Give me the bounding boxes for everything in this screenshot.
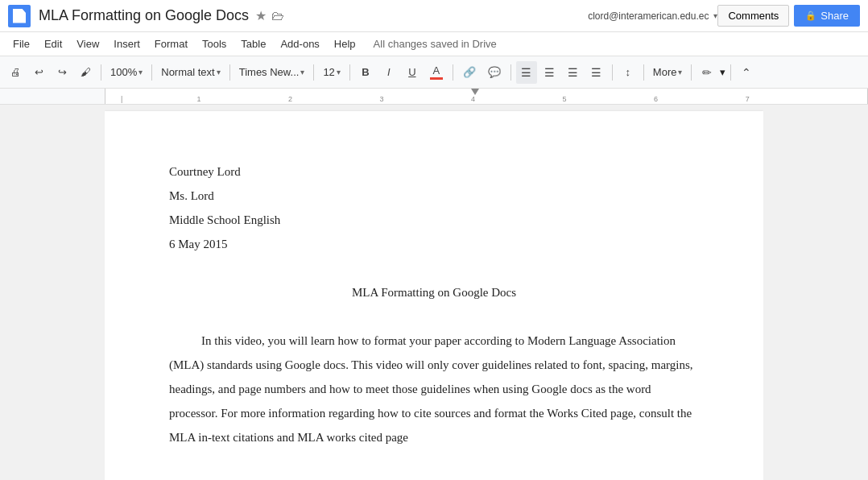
ruler-mark-6: 6 (654, 95, 658, 103)
ruler-mark-3: 3 (380, 95, 384, 103)
title-bar: MLA Formatting on Google Docs ★ 🗁 clord@… (0, 0, 868, 32)
separator-8 (612, 64, 613, 81)
main-area: Courtney Lord Ms. Lord Middle School Eng… (0, 105, 868, 480)
docs-logo (13, 9, 26, 23)
comment-button[interactable]: 💬 (483, 61, 506, 84)
toolbar: 🖨 ↩ ↪ 🖌 100% ▾ Normal text ▾ Times New..… (0, 56, 868, 89)
zoom-value: 100% (110, 66, 137, 78)
paragraph-1: In this video, you will learn how to for… (169, 329, 699, 449)
share-button[interactable]: 🔒 Share (794, 5, 860, 27)
underline-button[interactable]: U (402, 61, 423, 84)
separator-6 (453, 64, 453, 81)
pencil-button[interactable]: ✏ (696, 61, 717, 84)
star-icon[interactable]: ★ (255, 8, 267, 23)
user-email: clord@interamerican.edu.ec (588, 10, 709, 22)
separator-10 (691, 64, 692, 81)
paint-format-button[interactable]: 🖌 (75, 61, 96, 84)
comments-button[interactable]: Comments (717, 5, 789, 27)
align-center-button[interactable]: ☰ (539, 61, 560, 84)
undo-button[interactable]: ↩ (28, 61, 49, 84)
font-size-value: 12 (323, 66, 334, 78)
separator-7 (510, 64, 511, 81)
menu-bar: File Edit View Insert Format Tools Table… (0, 32, 868, 56)
font-color-button[interactable]: A (425, 61, 448, 84)
separator-1 (101, 64, 101, 81)
align-left-button[interactable]: ☰ (516, 61, 537, 84)
bold-button[interactable]: B (355, 61, 376, 84)
zoom-selector[interactable]: 100% ▾ (106, 61, 147, 84)
font-size-selector[interactable]: 12 ▾ (319, 61, 344, 84)
app-icon (8, 5, 31, 27)
ruler-mark-0: | (121, 95, 122, 103)
lock-icon: 🔒 (805, 10, 816, 21)
separator-9 (643, 64, 644, 81)
italic-button[interactable]: I (378, 61, 399, 84)
document-page[interactable]: Courtney Lord Ms. Lord Middle School Eng… (105, 111, 763, 480)
menu-tools[interactable]: Tools (196, 35, 233, 52)
date: 6 May 2015 (169, 232, 699, 256)
align-justify-button[interactable]: ☰ (586, 61, 607, 84)
document-heading: MLA Formatting on Google Docs (169, 280, 699, 304)
more-arrow: ▾ (678, 68, 682, 77)
text-style-value: Normal text (161, 66, 214, 78)
separator-11 (730, 64, 731, 81)
menu-view[interactable]: View (70, 35, 105, 52)
font-value: Times New... (239, 66, 300, 78)
share-label: Share (820, 10, 849, 22)
text-style-selector[interactable]: Normal text ▾ (157, 61, 224, 84)
author-name: Courtney Lord (169, 159, 699, 184)
autosave-status: All changes saved in Drive (374, 38, 497, 50)
menu-edit[interactable]: Edit (38, 35, 68, 52)
teacher-name: Ms. Lord (169, 184, 699, 208)
font-selector[interactable]: Times New... ▾ (235, 61, 309, 84)
menu-help[interactable]: Help (328, 35, 362, 52)
link-button[interactable]: 🔗 (458, 61, 481, 84)
ruler-mark-5: 5 (563, 95, 567, 103)
menu-addons[interactable]: Add-ons (274, 35, 325, 52)
menu-file[interactable]: File (6, 35, 36, 52)
separator-2 (151, 64, 152, 81)
font-color-label: A (433, 64, 440, 77)
font-size-arrow: ▾ (337, 68, 341, 77)
ruler-mark-7: 7 (746, 95, 750, 103)
separator-5 (349, 64, 350, 81)
folder-icon[interactable]: 🗁 (271, 9, 284, 23)
more-selector[interactable]: More ▾ (649, 61, 687, 84)
separator-4 (313, 64, 314, 81)
align-right-button[interactable]: ☰ (563, 61, 584, 84)
class-name: Middle School English (169, 208, 699, 232)
ruler-mark-2: 2 (288, 95, 292, 103)
zoom-arrow: ▾ (138, 68, 143, 77)
line-spacing-button[interactable]: ↕ (618, 61, 639, 84)
menu-table[interactable]: Table (234, 35, 272, 52)
menu-format[interactable]: Format (148, 35, 194, 52)
left-sidebar (0, 105, 105, 480)
pencil-arrow[interactable]: ▾ (720, 66, 725, 78)
ruler-mark-1: 1 (197, 95, 201, 103)
ruler-marker[interactable] (471, 89, 479, 95)
ruler-mark-4: 4 (471, 95, 475, 103)
collapse-button[interactable]: ⌃ (736, 61, 757, 84)
separator-3 (229, 64, 230, 81)
redo-button[interactable]: ↪ (52, 61, 72, 84)
font-color-indicator (430, 77, 443, 80)
text-style-arrow: ▾ (217, 68, 221, 77)
page-area: Courtney Lord Ms. Lord Middle School Eng… (105, 105, 763, 480)
print-button[interactable]: 🖨 (5, 61, 26, 84)
menu-insert[interactable]: Insert (107, 35, 147, 52)
document-title[interactable]: MLA Formatting on Google Docs (39, 7, 249, 24)
font-arrow: ▾ (300, 68, 304, 77)
right-sidebar (763, 105, 868, 480)
ruler-inner: | 1 2 3 4 5 6 7 (105, 89, 868, 104)
more-label: More (653, 66, 677, 78)
ruler: | 1 2 3 4 5 6 7 (0, 89, 868, 105)
